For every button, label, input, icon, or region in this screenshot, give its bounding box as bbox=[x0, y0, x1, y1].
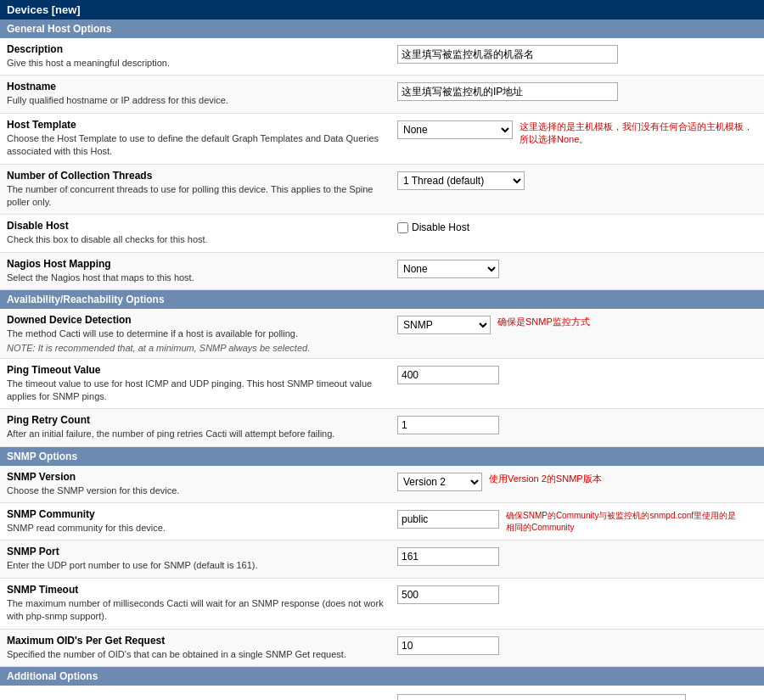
hostname-input[interactable] bbox=[397, 82, 618, 101]
control-snmp-version: Version 1 Version 2 Version 3 使用Version … bbox=[397, 471, 757, 491]
max-oids-input[interactable] bbox=[397, 636, 499, 655]
control-disable-host: Disable Host bbox=[397, 220, 757, 233]
form-row-max-oids: Maximum OID's Per Get Request Specified … bbox=[0, 630, 764, 667]
snmp-timeout-input[interactable] bbox=[397, 585, 499, 604]
section-general-host: General Host Options bbox=[0, 20, 764, 38]
form-row-host-template: Host Template Choose the Host Template t… bbox=[0, 114, 764, 165]
ping-timeout-input[interactable] bbox=[397, 366, 499, 384]
label-ping-timeout: Ping Timeout Value The timeout value to … bbox=[7, 364, 397, 404]
page-wrapper: Devices [new] General Host Options Descr… bbox=[0, 0, 764, 700]
form-row-downed-device: Downed Device Detection The method Cacti… bbox=[0, 309, 764, 358]
disable-host-checkbox[interactable] bbox=[397, 222, 408, 233]
control-collection-threads: 1 Thread (default) bbox=[397, 170, 757, 190]
control-max-oids bbox=[397, 635, 757, 655]
form-row-snmp-version: SNMP Version Choose the SNMP version for… bbox=[0, 466, 764, 503]
label-disable-host: Disable Host Check this box to disable a… bbox=[7, 220, 397, 246]
form-row-snmp-timeout: SNMP Timeout The maximum number of milli… bbox=[0, 579, 764, 630]
snmp-port-input[interactable] bbox=[397, 547, 499, 566]
form-row-collection-threads: Number of Collection Threads The number … bbox=[0, 165, 764, 216]
label-ping-retry: Ping Retry Count After an initial failur… bbox=[7, 414, 397, 440]
control-description bbox=[397, 43, 757, 64]
control-ping-timeout bbox=[397, 364, 757, 384]
control-nagios-mapping: None bbox=[397, 258, 757, 278]
label-host-template: Host Template Choose the Host Template t… bbox=[7, 119, 397, 159]
form-row-ping-timeout: Ping Timeout Value The timeout value to … bbox=[0, 359, 764, 410]
collection-threads-select[interactable]: 1 Thread (default) bbox=[397, 171, 525, 190]
form-row-snmp-port: SNMP Port Enter the UDP port number to u… bbox=[0, 540, 764, 578]
control-ping-retry bbox=[397, 414, 757, 434]
section-snmp: SNMP Options bbox=[0, 447, 764, 466]
label-snmp-community: SNMP Community SNMP read community for t… bbox=[7, 508, 397, 535]
form-row-ping-retry: Ping Retry Count After an initial failur… bbox=[0, 409, 764, 446]
form-row-disable-host: Disable Host Check this box to disable a… bbox=[0, 215, 764, 252]
control-snmp-port bbox=[397, 546, 757, 566]
label-snmp-timeout: SNMP Timeout The maximum number of milli… bbox=[7, 584, 397, 624]
label-description: Description Give this host a meaningful … bbox=[7, 43, 397, 70]
control-downed-device: SNMP 确保是SNMP监控方式 bbox=[397, 314, 757, 334]
label-snmp-version: SNMP Version Choose the SNMP version for… bbox=[7, 471, 397, 497]
label-notes: Notes Enter notes to this host. bbox=[7, 692, 397, 700]
control-host-template: None 这里选择的是主机模板，我们没有任何合适的主机模板，所以选择None。 bbox=[397, 119, 757, 147]
label-collection-threads: Number of Collection Threads The number … bbox=[7, 170, 397, 210]
form-row-hostname: Hostname Fully qualified hostname or IP … bbox=[0, 76, 764, 113]
label-max-oids: Maximum OID's Per Get Request Specified … bbox=[7, 635, 397, 661]
section-availability: Availability/Reachability Options bbox=[0, 290, 764, 309]
label-snmp-port: SNMP Port Enter the UDP port number to u… bbox=[7, 546, 397, 572]
label-nagios-mapping: Nagios Host Mapping Select the Nagios ho… bbox=[7, 258, 397, 284]
control-snmp-community: 确保SNMP的Community与被监控机的snmpd.conf里使用的是相同的… bbox=[397, 508, 757, 534]
ping-retry-input[interactable] bbox=[397, 416, 499, 434]
form-row-snmp-community: SNMP Community SNMP read community for t… bbox=[0, 503, 764, 540]
section-additional: Additional Options bbox=[0, 667, 764, 686]
title-bar: Devices [new] bbox=[0, 0, 764, 20]
title-text: Devices [new] bbox=[7, 3, 81, 16]
downed-device-select[interactable]: SNMP bbox=[397, 316, 491, 334]
snmp-version-select[interactable]: Version 1 Version 2 Version 3 bbox=[397, 473, 482, 491]
description-input[interactable] bbox=[397, 45, 618, 64]
form-row-description: Description Give this host a meaningful … bbox=[0, 38, 764, 76]
label-hostname: Hostname Fully qualified hostname or IP … bbox=[7, 81, 397, 107]
control-hostname bbox=[397, 81, 757, 101]
control-notes bbox=[397, 692, 757, 700]
nagios-mapping-select[interactable]: None bbox=[397, 260, 499, 278]
control-snmp-timeout bbox=[397, 584, 757, 604]
label-downed-device: Downed Device Detection The method Cacti… bbox=[7, 314, 397, 352]
disable-host-checkbox-label[interactable]: Disable Host bbox=[397, 221, 469, 233]
snmp-community-input[interactable] bbox=[397, 510, 499, 529]
form-row-nagios-mapping: Nagios Host Mapping Select the Nagios ho… bbox=[0, 253, 764, 290]
host-template-select[interactable]: None bbox=[397, 120, 513, 139]
notes-textarea[interactable] bbox=[397, 694, 686, 700]
form-row-notes: Notes Enter notes to this host. bbox=[0, 686, 764, 700]
